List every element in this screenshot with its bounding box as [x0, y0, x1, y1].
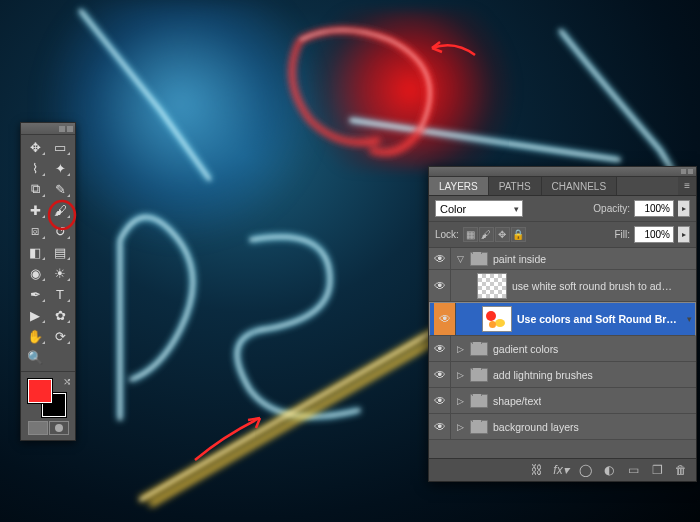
layer-group-background[interactable]: 👁 ▷ background layers — [429, 414, 696, 440]
visibility-toggle[interactable]: 👁 — [429, 362, 451, 387]
quickmask-toggle — [21, 418, 75, 440]
opacity-input[interactable]: 100% — [634, 200, 674, 217]
gradient-tool[interactable]: ▤ — [48, 242, 72, 262]
standard-mode-icon[interactable] — [28, 421, 48, 435]
fill-flyout-icon[interactable]: ▸ — [678, 226, 690, 243]
folder-icon — [470, 342, 488, 356]
tab-paths[interactable]: PATHS — [489, 177, 542, 195]
layer-group-shape-text[interactable]: 👁 ▷ shape/text — [429, 388, 696, 414]
new-layer-icon[interactable]: ❐ — [648, 463, 666, 477]
visibility-toggle[interactable]: 👁 — [429, 248, 451, 269]
panel-menu-icon[interactable]: ≡ — [678, 177, 696, 195]
tool-blank — [48, 347, 72, 367]
layer-name[interactable]: add lightning brushes — [493, 369, 593, 381]
lock-paint-icon[interactable]: 🖌 — [479, 227, 494, 242]
swap-colors-icon[interactable]: ⤭ — [63, 376, 71, 387]
visibility-toggle[interactable]: 👁 — [429, 414, 451, 439]
folder-icon — [470, 394, 488, 408]
blend-mode-select[interactable]: Color — [435, 200, 523, 217]
lock-transparency-icon[interactable]: ▦ — [463, 227, 478, 242]
panel-tabs: LAYERS PATHS CHANNELS ≡ — [429, 177, 696, 196]
layer-group-paint-inside[interactable]: 👁 ▽ paint inside — [429, 248, 696, 270]
layer-name[interactable]: paint inside — [493, 253, 546, 265]
layer-group-gradient[interactable]: 👁 ▷ gadient colors — [429, 336, 696, 362]
opacity-label: Opacity: — [593, 203, 630, 214]
layer-thumbnail[interactable] — [482, 306, 512, 332]
panel-header[interactable] — [429, 167, 696, 177]
layer-white-brush[interactable]: 👁 use white soft round brush to add... — [429, 270, 696, 302]
visibility-toggle[interactable]: 👁 — [429, 336, 451, 361]
shape-tool[interactable]: ✿ — [48, 305, 72, 325]
panel-footer: ⛓ fx▾ ◯ ◐ ▭ ❐ 🗑 — [429, 458, 696, 481]
path-select-tool[interactable]: ▶ — [23, 305, 47, 325]
eyedropper-tool[interactable]: ✎ — [48, 179, 72, 199]
layer-name[interactable]: gadient colors — [493, 343, 558, 355]
folder-icon — [470, 252, 488, 266]
hand-tool[interactable]: ✋ — [23, 326, 47, 346]
red-glow — [280, 10, 540, 170]
lock-position-icon[interactable]: ✥ — [495, 227, 510, 242]
disclosure-icon[interactable]: ▷ — [455, 370, 465, 380]
clone-stamp-tool[interactable]: ⧇ — [23, 221, 47, 241]
opacity-flyout-icon[interactable]: ▸ — [678, 200, 690, 217]
layer-colors-soft-round[interactable]: 👁 Use colors and Soft Round Bru... — [429, 302, 696, 336]
magic-wand-tool[interactable]: ✦ — [48, 158, 72, 178]
visibility-toggle[interactable]: 👁 — [429, 388, 451, 413]
crop-tool[interactable]: ⧉ — [23, 179, 47, 199]
color-swatches: ⤭ — [21, 374, 75, 418]
toolbox-header[interactable] — [21, 123, 75, 135]
layer-name[interactable]: use white soft round brush to add... — [512, 280, 672, 292]
move-tool[interactable]: ✥ — [23, 137, 47, 157]
disclosure-icon[interactable]: ▷ — [455, 344, 465, 354]
layer-name[interactable]: shape/text — [493, 395, 541, 407]
eraser-tool[interactable]: ◧ — [23, 242, 47, 262]
history-brush-tool[interactable]: ↺ — [48, 221, 72, 241]
type-tool[interactable]: T — [48, 284, 72, 304]
fill-label: Fill: — [614, 229, 630, 240]
quickmask-mode-icon[interactable] — [49, 421, 69, 435]
adjustment-icon[interactable]: ◐ — [600, 463, 618, 477]
visibility-toggle[interactable]: 👁 — [434, 303, 456, 335]
lock-icons: ▦🖌✥🔒 — [463, 227, 527, 242]
fx-icon[interactable]: fx▾ — [552, 463, 570, 477]
toolbox-grid: ✥ ▭ ⌇ ✦ ⧉ ✎ ✚ 🖌 ⧇ ↺ ◧ ▤ ◉ ☀ ✒ T ▶ ✿ ✋ ⟳ … — [21, 135, 75, 369]
lasso-tool[interactable]: ⌇ — [23, 158, 47, 178]
layer-group-lightning[interactable]: 👁 ▷ add lightning brushes — [429, 362, 696, 388]
lock-fill-row: Lock: ▦🖌✥🔒 Fill: 100% ▸ — [429, 222, 696, 248]
folder-icon — [470, 368, 488, 382]
layer-name[interactable]: Use colors and Soft Round Bru... — [517, 313, 677, 325]
layer-thumbnail[interactable] — [477, 273, 507, 299]
toolbox-panel: ✥ ▭ ⌇ ✦ ⧉ ✎ ✚ 🖌 ⧇ ↺ ◧ ▤ ◉ ☀ ✒ T ▶ ✿ ✋ ⟳ … — [20, 122, 76, 441]
rotate-view-tool[interactable]: ⟳ — [48, 326, 72, 346]
tab-channels[interactable]: CHANNELS — [542, 177, 617, 195]
lock-all-icon[interactable]: 🔒 — [511, 227, 526, 242]
blur-tool[interactable]: ◉ — [23, 263, 47, 283]
zoom-tool[interactable]: 🔍 — [23, 347, 47, 367]
disclosure-icon[interactable]: ▷ — [455, 422, 465, 432]
lock-label: Lock: — [435, 229, 459, 240]
disclosure-icon[interactable]: ▷ — [455, 396, 465, 406]
marquee-tool[interactable]: ▭ — [48, 137, 72, 157]
pen-tool[interactable]: ✒ — [23, 284, 47, 304]
mask-icon[interactable]: ◯ — [576, 463, 594, 477]
layers-panel: LAYERS PATHS CHANNELS ≡ Color Opacity: 1… — [428, 166, 697, 482]
tab-layers[interactable]: LAYERS — [429, 177, 489, 195]
folder-icon — [470, 420, 488, 434]
disclosure-icon[interactable]: ▽ — [455, 254, 465, 264]
brush-tool[interactable]: 🖌 — [48, 200, 72, 220]
blend-opacity-row: Color Opacity: 100% ▸ — [429, 196, 696, 222]
healing-brush-tool[interactable]: ✚ — [23, 200, 47, 220]
foreground-color-swatch[interactable] — [27, 378, 53, 404]
delete-layer-icon[interactable]: 🗑 — [672, 463, 690, 477]
layers-list: 👁 ▽ paint inside 👁 use white soft round … — [429, 248, 696, 458]
new-group-icon[interactable]: ▭ — [624, 463, 642, 477]
visibility-toggle[interactable]: 👁 — [429, 270, 451, 301]
dodge-tool[interactable]: ☀ — [48, 263, 72, 283]
layer-name[interactable]: background layers — [493, 421, 579, 433]
link-layers-icon[interactable]: ⛓ — [528, 463, 546, 477]
fill-input[interactable]: 100% — [634, 226, 674, 243]
